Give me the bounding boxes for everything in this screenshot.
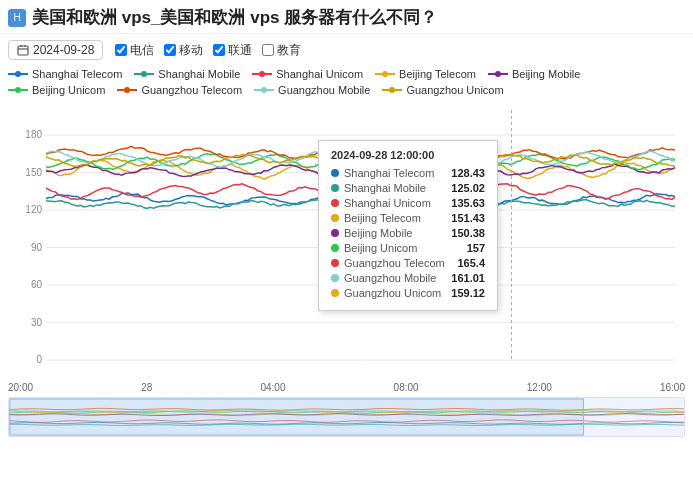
checkbox-unicom[interactable]: 联通: [213, 42, 252, 59]
tooltip-label-2: Shanghai Unicom: [331, 197, 431, 209]
legend-line-icon: [375, 69, 395, 79]
tooltip-dot-2: [331, 199, 339, 207]
date-label: 2024-09-28: [33, 43, 94, 57]
checkbox-mobile-label: 移动: [179, 42, 203, 59]
tooltip-value-8: 159.12: [451, 287, 485, 299]
legend-label-5: Beijing Unicom: [32, 84, 105, 96]
svg-point-9: [259, 71, 265, 77]
legend-line-icon: [134, 69, 154, 79]
legend-label-3: Beijing Telecom: [399, 68, 476, 80]
checkbox-telecom-label: 电信: [130, 42, 154, 59]
checkbox-unicom-input[interactable]: [213, 44, 225, 56]
tooltip-dot-8: [331, 289, 339, 297]
checkbox-telecom[interactable]: 电信: [115, 42, 154, 59]
tooltip-series-name-4: Beijing Mobile: [344, 227, 412, 239]
legend-line-icon: [254, 85, 274, 95]
svg-point-15: [15, 87, 21, 93]
svg-point-19: [261, 87, 267, 93]
tooltip-label-4: Beijing Mobile: [331, 227, 412, 239]
header: H 美国和欧洲 vps_美国和欧洲 vps 服务器有什么不同？: [0, 0, 693, 34]
legend-item-8[interactable]: Guangzhou Unicom: [382, 84, 503, 96]
tooltip-row-7: Guangzhou Mobile 161.01: [331, 272, 485, 284]
minimap[interactable]: [8, 397, 685, 437]
site-icon: H: [8, 9, 26, 27]
tooltip-dot-4: [331, 229, 339, 237]
tooltip-value-4: 150.38: [451, 227, 485, 239]
tooltip-title: 2024-09-28 12:00:00: [331, 149, 485, 161]
tooltip-value-3: 151.43: [451, 212, 485, 224]
legend-label-1: Shanghai Mobile: [158, 68, 240, 80]
tooltip-series-name-2: Shanghai Unicom: [344, 197, 431, 209]
tooltip-row-3: Beijing Telecom 151.43: [331, 212, 485, 224]
checkbox-telecom-input[interactable]: [115, 44, 127, 56]
tooltip-dot-3: [331, 214, 339, 222]
checkbox-education-input[interactable]: [262, 44, 274, 56]
legend-item-7[interactable]: Guangzhou Mobile: [254, 84, 370, 96]
legend-item-4[interactable]: Beijing Mobile: [488, 68, 580, 80]
tooltip: 2024-09-28 12:00:00 Shanghai Telecom 128…: [318, 140, 498, 311]
x-label-0: 20:00: [8, 382, 33, 393]
tooltip-label-3: Beijing Telecom: [331, 212, 421, 224]
checkbox-unicom-label: 联通: [228, 42, 252, 59]
legend-line-icon: [8, 85, 28, 95]
svg-point-7: [141, 71, 147, 77]
tooltip-series-name-0: Shanghai Telecom: [344, 167, 434, 179]
calendar-icon: [17, 44, 29, 56]
tooltip-row-8: Guangzhou Unicom 159.12: [331, 287, 485, 299]
legend-label-0: Shanghai Telecom: [32, 68, 122, 80]
legend-label-8: Guangzhou Unicom: [406, 84, 503, 96]
tooltip-rows: Shanghai Telecom 128.43 Shanghai Mobile …: [331, 167, 485, 299]
tooltip-dot-1: [331, 184, 339, 192]
x-label-1: 28: [141, 382, 152, 393]
legend-item-0[interactable]: Shanghai Telecom: [8, 68, 122, 80]
legend-label-4: Beijing Mobile: [512, 68, 580, 80]
tooltip-label-0: Shanghai Telecom: [331, 167, 434, 179]
legend-item-1[interactable]: Shanghai Mobile: [134, 68, 240, 80]
tooltip-value-0: 128.43: [451, 167, 485, 179]
legend-item-2[interactable]: Shanghai Unicom: [252, 68, 363, 80]
legend: Shanghai Telecom Shanghai Mobile Shangha…: [0, 66, 693, 100]
date-badge[interactable]: 2024-09-28: [8, 40, 103, 60]
tooltip-row-5: Beijing Unicom 157: [331, 242, 485, 254]
tooltip-dot-0: [331, 169, 339, 177]
legend-label-7: Guangzhou Mobile: [278, 84, 370, 96]
tooltip-row-1: Shanghai Mobile 125.02: [331, 182, 485, 194]
svg-point-5: [15, 71, 21, 77]
tooltip-dot-7: [331, 274, 339, 282]
x-label-3: 08:00: [394, 382, 419, 393]
checkbox-mobile-input[interactable]: [164, 44, 176, 56]
tooltip-value-7: 161.01: [451, 272, 485, 284]
page-title: 美国和欧洲 vps_美国和欧洲 vps 服务器有什么不同？: [32, 6, 437, 29]
checkbox-education-label: 教育: [277, 42, 301, 59]
legend-item-6[interactable]: Guangzhou Telecom: [117, 84, 242, 96]
tooltip-label-1: Shanghai Mobile: [331, 182, 426, 194]
checkbox-group: 电信 移动 联通 教育: [115, 42, 301, 59]
svg-point-11: [382, 71, 388, 77]
tooltip-series-name-8: Guangzhou Unicom: [344, 287, 441, 299]
legend-item-5[interactable]: Beijing Unicom: [8, 84, 105, 96]
tooltip-value-2: 135.63: [451, 197, 485, 209]
svg-point-21: [389, 87, 395, 93]
checkbox-mobile[interactable]: 移动: [164, 42, 203, 59]
tooltip-series-name-1: Shanghai Mobile: [344, 182, 426, 194]
svg-point-13: [495, 71, 501, 77]
tooltip-row-6: Guangzhou Telecom 165.4: [331, 257, 485, 269]
svg-point-17: [124, 87, 130, 93]
legend-line-icon: [117, 85, 137, 95]
tooltip-label-6: Guangzhou Telecom: [331, 257, 445, 269]
tooltip-row-2: Shanghai Unicom 135.63: [331, 197, 485, 209]
controls-bar: 2024-09-28 电信 移动 联通 教育: [0, 34, 693, 66]
legend-line-icon: [8, 69, 28, 79]
tooltip-dot-6: [331, 259, 339, 267]
checkbox-education[interactable]: 教育: [262, 42, 301, 59]
tooltip-label-8: Guangzhou Unicom: [331, 287, 441, 299]
legend-line-icon: [252, 69, 272, 79]
legend-line-icon: [382, 85, 402, 95]
x-axis-labels: 20:002804:0008:0012:0016:00: [0, 382, 693, 393]
tooltip-series-name-3: Beijing Telecom: [344, 212, 421, 224]
tooltip-dot-5: [331, 244, 339, 252]
tooltip-series-name-7: Guangzhou Mobile: [344, 272, 436, 284]
tooltip-series-name-6: Guangzhou Telecom: [344, 257, 445, 269]
legend-item-3[interactable]: Beijing Telecom: [375, 68, 476, 80]
svg-rect-0: [18, 46, 28, 55]
